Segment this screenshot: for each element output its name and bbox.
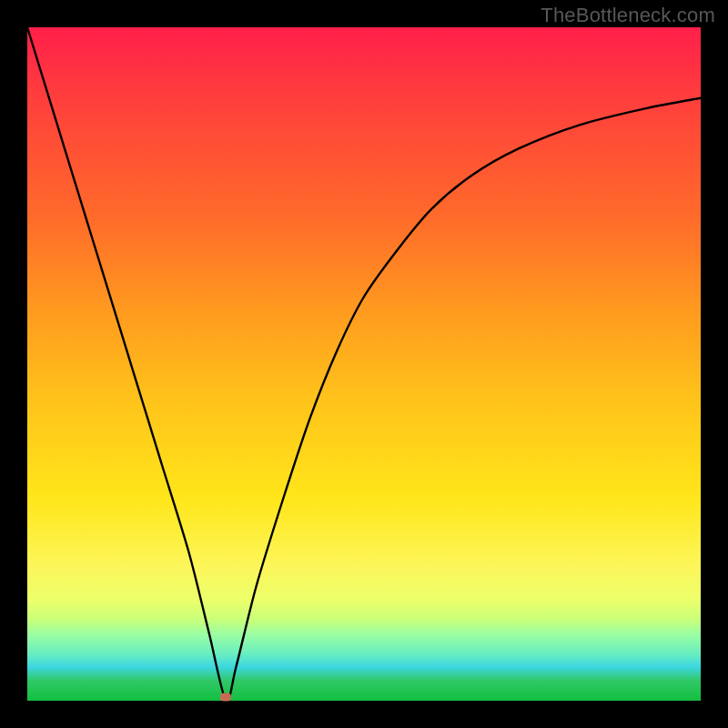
- curve-svg: [27, 27, 701, 701]
- chart-frame: TheBottleneck.com: [0, 0, 728, 728]
- plot-area: [27, 27, 701, 701]
- watermark-text: TheBottleneck.com: [541, 4, 715, 27]
- optimal-point-marker: [220, 693, 231, 702]
- bottleneck-curve: [27, 27, 701, 702]
